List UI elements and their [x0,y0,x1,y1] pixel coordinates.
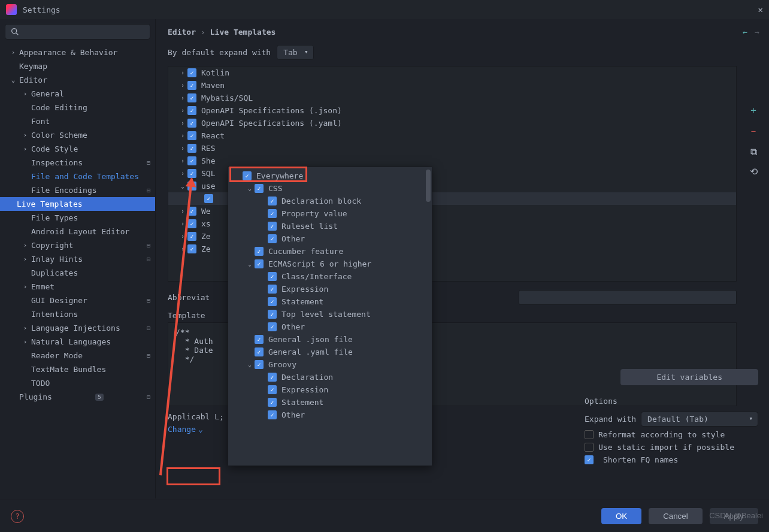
remove-icon[interactable]: － [749,125,758,138]
sidebar-item[interactable]: › Language Injections ⊟ [5,321,150,335]
tree-item[interactable]: › ✓ RES [168,142,736,155]
search-input-wrapper[interactable] [5,24,150,40]
template-checkbox[interactable]: ✓ [187,244,196,253]
context-checkbox[interactable]: ✓ [268,222,277,231]
sidebar-item[interactable]: › Natural Languages [5,335,150,349]
cancel-button[interactable]: Cancel [649,508,703,524]
edit-variables-button[interactable]: Edit variables [620,369,758,385]
sidebar-item[interactable]: Keymap [5,59,150,73]
context-checkbox[interactable]: ✓ [268,297,277,306]
sidebar-item[interactable]: Android Layout Editor [5,225,150,238]
sidebar-item[interactable]: › Emmet [5,280,150,294]
template-checkbox[interactable]: ✓ [187,182,196,191]
context-checkbox[interactable]: ✓ [255,360,264,369]
template-checkbox[interactable]: ✓ [187,93,196,102]
sidebar-item[interactable]: Plugins 5 ⊟ [5,390,150,404]
context-checkbox[interactable]: ✓ [268,322,277,331]
sidebar-item[interactable]: Font [5,114,150,128]
sidebar-item[interactable]: File and Code Templates [5,170,150,183]
sidebar-item[interactable]: ⌄ Editor [5,73,150,87]
sidebar-item[interactable]: › General [5,87,150,101]
context-item[interactable]: ✓ Declaration block [228,195,432,207]
context-checkbox[interactable]: ✓ [268,234,277,243]
context-item[interactable]: ✓ Statement [228,295,432,308]
context-checkbox[interactable]: ✓ [255,247,264,256]
template-checkbox[interactable]: ✓ [187,219,196,228]
context-checkbox[interactable]: ✓ [268,209,277,218]
context-item[interactable]: ✓ Everywhere [228,170,432,182]
restore-icon[interactable]: ⟲ [750,166,758,177]
search-input[interactable] [23,28,145,37]
context-item[interactable]: ✓ Declaration [228,371,432,383]
tree-item[interactable]: › ✓ React [168,129,736,142]
expand-dropdown[interactable]: Tab [277,45,313,60]
context-item[interactable]: ⌄ ✓ Groovy [228,358,432,371]
context-item[interactable]: ✓ Top level statement [228,308,432,321]
template-checkbox[interactable]: ✓ [187,207,196,216]
static-import-checkbox[interactable] [585,443,594,452]
context-item[interactable]: ✓ Expression [228,383,432,396]
context-item[interactable]: ✓ General .json file [228,333,432,346]
context-item[interactable]: ✓ Statement [228,396,432,409]
sidebar-item[interactable]: Code Editing [5,101,150,114]
template-checkbox[interactable]: ✓ [204,194,213,203]
tree-item[interactable]: › ✓ Kotlin [168,66,736,79]
close-icon[interactable]: ✕ [758,5,763,14]
template-checkbox[interactable]: ✓ [187,81,196,90]
copy-icon[interactable]: ⧉ [750,146,757,158]
context-checkbox[interactable]: ✓ [268,310,277,319]
template-checkbox[interactable]: ✓ [187,156,196,165]
sidebar-item[interactable]: Live Templates [0,197,155,211]
context-item[interactable]: ✓ Cucumber feature [228,245,432,258]
template-checkbox[interactable]: ✓ [187,68,196,77]
template-checkbox[interactable]: ✓ [187,119,196,128]
tree-item[interactable]: › ✓ Mybatis/SQL [168,92,736,104]
back-icon[interactable]: ← [743,28,747,37]
context-item[interactable]: ⌄ ✓ ECMAScript 6 or higher [228,258,432,270]
expand-with-dropdown[interactable]: Default (Tab) [641,412,758,427]
help-button[interactable]: ? [11,510,24,523]
template-checkbox[interactable]: ✓ [187,169,196,178]
sidebar-item[interactable]: File Types [5,211,150,225]
sidebar-item[interactable]: Inspections ⊟ [5,156,150,170]
context-checkbox[interactable]: ✓ [268,398,277,407]
sidebar-item[interactable]: › Code Style [5,142,150,156]
scrollbar[interactable] [426,170,431,202]
forward-icon[interactable]: → [755,28,759,37]
tree-item[interactable]: › ✓ Maven [168,79,736,92]
template-checkbox[interactable]: ✓ [187,232,196,241]
sidebar-item[interactable]: › Appearance & Behavior [5,46,150,59]
description-input[interactable] [519,290,737,305]
context-item[interactable]: ✓ Expression [228,283,432,295]
context-item[interactable]: ✓ General .yaml file [228,346,432,358]
sidebar-item[interactable]: TextMate Bundles [5,362,150,376]
context-item[interactable]: ✓ Other [228,321,432,333]
sidebar-item[interactable]: › Color Scheme [5,128,150,142]
context-item[interactable]: ✓ Other [228,409,432,421]
tree-item[interactable]: › ✓ OpenAPI Specifications (.yaml) [168,117,736,129]
context-item[interactable]: ✓ Other [228,232,432,245]
tree-item[interactable]: › ✓ She [168,155,736,167]
context-checkbox[interactable]: ✓ [255,335,264,344]
breadcrumb-root[interactable]: Editor [168,28,196,37]
sidebar-item[interactable]: File Encodings ⊟ [5,183,150,197]
context-checkbox[interactable]: ✓ [255,184,264,193]
ok-button[interactable]: OK [601,508,641,524]
reformat-checkbox[interactable] [585,430,594,439]
context-checkbox[interactable]: ✓ [268,285,277,294]
context-checkbox[interactable]: ✓ [268,272,277,281]
shorten-checkbox[interactable]: ✓ [585,455,594,464]
context-checkbox[interactable]: ✓ [243,171,252,180]
sidebar-item[interactable]: Intentions [5,307,150,321]
context-item[interactable]: ⌄ ✓ CSS [228,182,432,195]
context-checkbox[interactable]: ✓ [268,410,277,419]
template-checkbox[interactable]: ✓ [187,144,196,153]
template-checkbox[interactable]: ✓ [187,131,196,140]
sidebar-item[interactable]: GUI Designer ⊟ [5,294,150,307]
sidebar-item[interactable]: Reader Mode ⊟ [5,349,150,362]
sidebar-item[interactable]: Duplicates [5,266,150,280]
template-checkbox[interactable]: ✓ [187,106,196,115]
context-checkbox[interactable]: ✓ [255,347,264,356]
context-checkbox[interactable]: ✓ [255,259,264,268]
context-item[interactable]: ✓ Ruleset list [228,220,432,232]
